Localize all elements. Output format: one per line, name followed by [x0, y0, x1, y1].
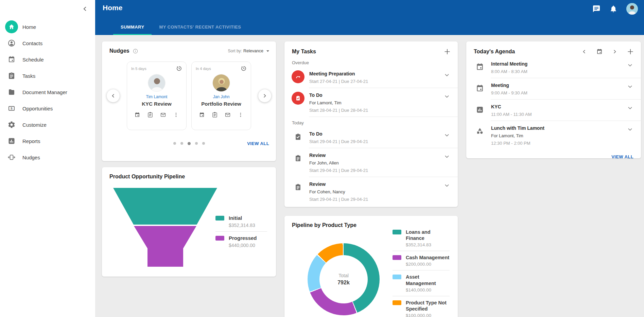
sidebar-item-home[interactable]: Home	[0, 19, 95, 35]
agenda-add-button[interactable]	[627, 48, 634, 55]
tab-my-contacts-recent-activities[interactable]: MY CONTACTS' RECENT ACTIVITIES	[152, 19, 248, 35]
contact-name-link[interactable]: Jan John	[196, 94, 247, 99]
chevron-left-icon	[110, 93, 116, 99]
legend-swatch	[215, 216, 224, 221]
sidebar-item-label: Home	[22, 24, 36, 30]
todo-icon	[291, 130, 305, 144]
legend-item: Loans and Finance $352,314.83	[393, 226, 450, 251]
carousel-next-button[interactable]	[258, 89, 271, 102]
contact-name-link[interactable]: Tim Lamont	[131, 94, 182, 99]
task-row[interactable]: Review For John, Allen Start 29-04-21 | …	[284, 148, 458, 177]
chevron-down-icon[interactable]	[443, 153, 450, 160]
task-row[interactable]: Meeting Preparation Start 27-04-21 | Due…	[284, 67, 458, 88]
sidebar: Home Contacts Schedule Tasks Document Ma…	[0, 0, 95, 317]
donut-center: Total 792k	[319, 255, 368, 303]
calendar-icon[interactable]	[134, 112, 140, 118]
info-icon[interactable]	[133, 48, 138, 54]
nudge-due-label: In 5 days	[131, 67, 146, 71]
add-task-button[interactable]	[443, 48, 451, 55]
agenda-calendar-button[interactable]	[596, 48, 603, 55]
pipeline-funnel-card: Product Opportunity Pipeline Initial $35…	[102, 167, 276, 277]
review-icon	[291, 152, 305, 165]
sidebar-item-label: Reports	[22, 138, 40, 144]
task-row[interactable]: To Do For Lamont, Tim Start 28-04-21 | D…	[284, 88, 458, 117]
agenda-row[interactable]: Internal Meeting 8:00 AM - 8:30 AM	[466, 57, 641, 78]
carousel-dot[interactable]	[180, 142, 183, 145]
chevron-down-icon[interactable]	[627, 62, 633, 69]
contact-avatar	[212, 74, 230, 92]
mail-icon[interactable]	[225, 112, 231, 118]
more-icon[interactable]	[238, 112, 244, 118]
chat-icon	[592, 5, 601, 13]
funnel-progressed-segment	[134, 226, 196, 267]
sort-by-value: Relevance	[243, 49, 263, 53]
sidebar-nav: Home Contacts Schedule Tasks Document Ma…	[0, 19, 95, 165]
sidebar-item-opportunities[interactable]: $ Opportunities	[0, 100, 95, 117]
agenda-next-day-button[interactable]	[612, 49, 618, 55]
nudge-subject: KYC Review	[131, 101, 182, 107]
folder-icon	[5, 85, 18, 99]
sidebar-item-label: Contacts	[22, 40, 42, 46]
pipeline-by-product-type-card: Pipeline by Product Type Total 792k Loan…	[284, 216, 458, 317]
sort-by-dropdown[interactable]: Sort by: Relevance	[228, 49, 269, 53]
nudge-subject: Portfolio Review	[196, 101, 247, 107]
agenda-row[interactable]: Lunch with Tim Lamont For Lamont, Tim 12…	[466, 121, 641, 150]
agenda-row[interactable]: KYC 11:00 AM - 11:30 AM	[466, 100, 641, 121]
sidebar-item-label: Document Manager	[22, 89, 67, 95]
agenda-view-all-button[interactable]: VIEW ALL	[611, 154, 633, 158]
nudges-view-all-button[interactable]: VIEW ALL	[247, 141, 269, 146]
chevron-down-icon[interactable]	[627, 126, 633, 133]
plus-icon	[443, 48, 451, 55]
sidebar-item-nudges[interactable]: Nudges	[0, 149, 95, 165]
legend-swatch	[215, 236, 224, 241]
sidebar-collapse-button[interactable]	[80, 4, 90, 14]
funnel-title: Product Opportunity Pipeline	[109, 174, 185, 180]
funnel-chart: Initial $352,314.83 Progressed $440,000.…	[102, 181, 276, 269]
chevron-down-icon[interactable]	[443, 72, 450, 78]
schedule-icon	[5, 53, 18, 66]
legend-item: Asset Management $140,000.00	[393, 270, 450, 296]
header-tabs: SUMMARY MY CONTACTS' RECENT ACTIVITIES	[113, 19, 248, 35]
chevron-down-icon[interactable]	[443, 93, 450, 100]
more-icon[interactable]	[173, 112, 179, 118]
sidebar-item-document-manager[interactable]: Document Manager	[0, 84, 95, 100]
tab-summary[interactable]: SUMMARY	[113, 19, 152, 35]
carousel-dot[interactable]	[195, 142, 198, 145]
sidebar-item-reports[interactable]: Reports	[0, 133, 95, 149]
chevron-down-icon[interactable]	[443, 132, 450, 139]
mail-icon[interactable]	[160, 112, 166, 118]
calendar-icon	[473, 82, 487, 95]
user-avatar[interactable]	[626, 3, 638, 15]
task-icon[interactable]	[212, 112, 218, 118]
nudge-card[interactable]: In 5 days Tim Lamont KYC Review	[127, 61, 187, 130]
task-row[interactable]: Review For Cohen, Nancy Start 29-04-21 |…	[284, 177, 458, 206]
agenda-title: Today's Agenda	[474, 49, 515, 55]
chevron-down-icon[interactable]	[627, 105, 633, 111]
task-row[interactable]: To Do Start 29-04-21 | Due 29-04-21	[284, 127, 458, 148]
chevron-down-icon[interactable]	[443, 182, 450, 189]
sidebar-item-schedule[interactable]: Schedule	[0, 51, 95, 68]
chat-button[interactable]	[592, 5, 601, 13]
agenda-row[interactable]: Meeting 9:00 AM - 9:30 AM	[466, 78, 641, 100]
sidebar-item-tasks[interactable]: Tasks	[0, 68, 95, 84]
bell-icon	[609, 5, 617, 13]
nudge-due-label: In 4 days	[196, 67, 211, 71]
calendar-icon[interactable]	[199, 112, 205, 118]
overdue-meeting-icon	[291, 70, 305, 84]
carousel-prev-button[interactable]	[107, 89, 120, 102]
todays-agenda-card: Today's Agenda Internal Meeting 8:00 AM …	[466, 41, 641, 158]
sidebar-item-customize[interactable]: Customize	[0, 117, 95, 133]
notifications-button[interactable]	[609, 5, 617, 13]
agenda-prev-day-button[interactable]	[581, 49, 587, 55]
task-icon[interactable]	[147, 112, 153, 118]
sidebar-item-label: Opportunities	[22, 106, 53, 111]
carousel-dot[interactable]	[173, 142, 176, 145]
top-header: Home SUMMARY MY CONTACTS' RECENT ACTIVIT…	[95, 0, 644, 35]
chevron-down-icon[interactable]	[627, 83, 633, 90]
nudge-card[interactable]: In 4 days Jan John Portfolio Review	[191, 61, 251, 130]
sidebar-item-contacts[interactable]: Contacts	[0, 35, 95, 51]
carousel-dot[interactable]	[188, 142, 191, 145]
carousel-dot[interactable]	[202, 142, 205, 145]
tasks-section-label: Overdue	[284, 57, 458, 67]
donut-legend: Loans and Finance $352,314.83 Cash Manag…	[393, 226, 450, 317]
